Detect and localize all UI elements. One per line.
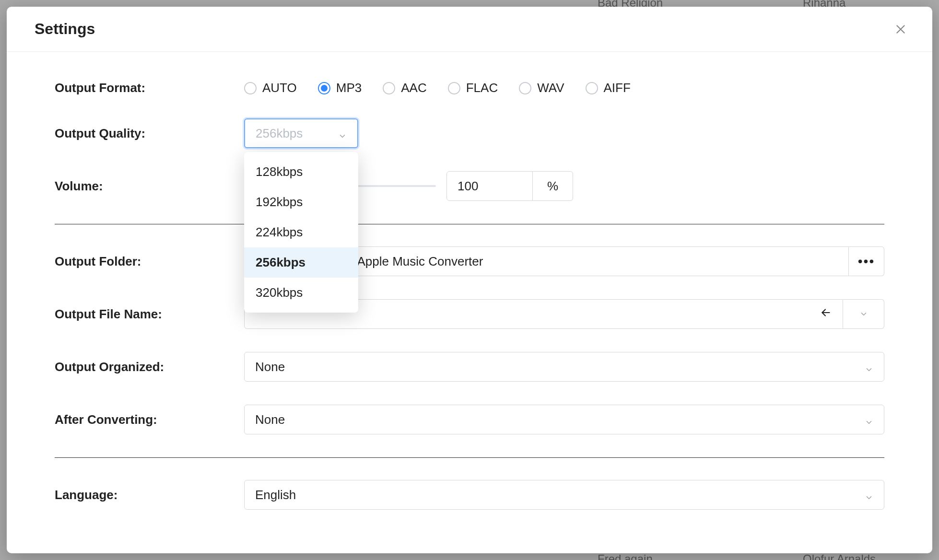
output-format-controls: AUTO MP3 AAC FLAC — [244, 81, 884, 95]
row-after-converting: After Converting: None — [55, 405, 884, 434]
bg-artist-3: Fred again — [598, 552, 653, 560]
radio-auto[interactable]: AUTO — [244, 81, 297, 95]
language-controls: English — [244, 480, 884, 510]
output-quality-controls: 256kbps 128kbps 192kbps 224kbps 256kbps … — [244, 118, 884, 148]
quality-option-320[interactable]: 320kbps — [244, 278, 358, 308]
quality-option-128[interactable]: 128kbps — [244, 157, 358, 187]
output-quality-dropdown: 128kbps 192kbps 224kbps 256kbps 320kbps — [244, 152, 358, 313]
output-quality-value: 256kbps — [256, 126, 303, 141]
row-output-file-name: Output File Name: — [55, 299, 884, 329]
radio-wav[interactable]: WAV — [519, 81, 564, 95]
output-organized-controls: None — [244, 352, 884, 382]
quality-option-192[interactable]: 192kbps — [244, 187, 358, 217]
output-organized-select[interactable]: None — [244, 352, 884, 382]
modal-body: Output Format: AUTO MP3 AAC — [7, 52, 932, 553]
radio-label-flac: FLAC — [466, 81, 498, 95]
row-language: Language: English — [55, 480, 884, 510]
output-format-radio-group: AUTO MP3 AAC FLAC — [244, 81, 631, 95]
bg-artist-4: Olofur Arnalds — [803, 552, 876, 560]
quality-option-224[interactable]: 224kbps — [244, 217, 358, 247]
after-converting-controls: None — [244, 405, 884, 434]
radio-label-aiff: AIFF — [604, 81, 631, 95]
chevron-down-icon — [865, 415, 873, 424]
radio-circle-icon — [519, 82, 531, 94]
label-output-format: Output Format: — [55, 81, 244, 95]
language-select[interactable]: English — [244, 480, 884, 510]
after-converting-value: None — [255, 412, 285, 427]
output-organized-value: None — [255, 360, 285, 374]
radio-label-wav: WAV — [537, 81, 564, 95]
arrow-left-icon — [820, 306, 832, 322]
quality-option-256[interactable]: 256kbps — [244, 247, 358, 278]
radio-mp3[interactable]: MP3 — [318, 81, 362, 95]
chevron-down-icon — [859, 310, 868, 318]
label-output-organized: Output Organized: — [55, 360, 244, 374]
label-output-file-name: Output File Name: — [55, 307, 244, 322]
label-language: Language: — [55, 488, 244, 502]
row-output-organized: Output Organized: None — [55, 352, 884, 382]
label-after-converting: After Converting: — [55, 412, 244, 427]
divider-2 — [55, 457, 884, 458]
volume-input[interactable] — [446, 171, 533, 201]
row-volume: Volume: % — [55, 171, 884, 201]
divider-1 — [55, 224, 884, 224]
close-button[interactable] — [892, 21, 909, 38]
radio-flac[interactable]: FLAC — [448, 81, 498, 95]
ellipsis-icon: ••• — [858, 254, 875, 269]
output-quality-select[interactable]: 256kbps — [244, 118, 358, 148]
radio-label-mp3: MP3 — [336, 81, 362, 95]
radio-aiff[interactable]: AIFF — [586, 81, 631, 95]
radio-circle-icon — [448, 82, 460, 94]
radio-aac[interactable]: AAC — [383, 81, 426, 95]
modal-header: Settings — [7, 7, 932, 52]
label-volume: Volume: — [55, 179, 244, 194]
volume-unit: % — [533, 171, 573, 201]
row-output-quality: Output Quality: 256kbps 128kbps 192kbps … — [55, 118, 884, 148]
radio-circle-icon — [244, 82, 257, 94]
close-icon — [894, 23, 907, 35]
radio-circle-icon — [383, 82, 395, 94]
radio-label-auto: AUTO — [262, 81, 297, 95]
modal-title: Settings — [35, 20, 95, 38]
label-output-folder: Output Folder: — [55, 254, 244, 269]
label-output-quality: Output Quality: — [55, 126, 244, 141]
file-name-template-button[interactable] — [843, 299, 884, 329]
browse-folder-button[interactable]: ••• — [849, 246, 884, 276]
radio-circle-icon — [586, 82, 598, 94]
radio-label-aac: AAC — [401, 81, 426, 95]
radio-circle-icon — [318, 82, 330, 94]
row-output-folder: Output Folder: cuments/Ukeysoft Apple Mu… — [55, 246, 884, 276]
language-value: English — [255, 488, 296, 502]
settings-modal: Settings Output Format: AUTO MP3 — [7, 7, 932, 553]
chevron-down-icon — [865, 490, 873, 499]
row-output-format: Output Format: AUTO MP3 AAC — [55, 81, 884, 95]
chevron-down-icon — [338, 129, 347, 138]
after-converting-select[interactable]: None — [244, 405, 884, 434]
chevron-down-icon — [865, 362, 873, 371]
